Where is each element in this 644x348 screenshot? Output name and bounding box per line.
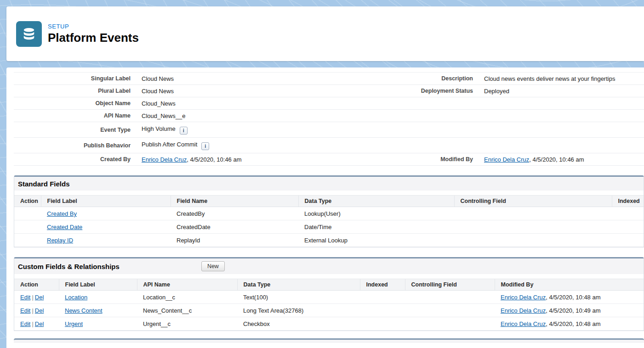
table-row: Edit|Del News Content News_Content__c Lo… [14,304,644,317]
data-type-cell: External Lookup [298,234,454,247]
modified-by-cell: Enrico Dela Cruz, 4/5/2020, 10:48 am [495,317,644,331]
timestamp-text: , 4/5/2020, 10:48 am [546,320,600,327]
user-link[interactable]: Enrico Dela Cruz [142,156,187,163]
field-value: Cloud News [142,75,342,82]
del-link[interactable]: Del [35,307,44,314]
field-label: Publish Behavior [14,142,142,149]
field-label-link[interactable]: Created Date [47,224,82,230]
standard-fields-section: Standard Fields Action Field Label Field… [14,175,644,247]
field-label-link[interactable]: Replay ID [47,237,73,244]
detail-section: Singular Label Cloud News Description Cl… [14,72,644,166]
database-icon [21,26,37,42]
column-header: Indexed [360,279,405,291]
table-row: Replay ID ReplayId External Lookup [14,234,644,247]
field-label-link[interactable]: Urgent [65,320,83,327]
detail-row: Publish Behavior Publish After Commiti [14,138,644,153]
field-label-link[interactable]: Created By [47,210,77,217]
api-name-cell: Urgent__c [137,317,237,331]
field-value: Cloud_News__e [142,112,342,119]
data-type-cell: Long Text Area(32768) [237,304,360,317]
content-area: Singular Label Cloud News Description Cl… [6,67,644,348]
column-header: Data Type [237,279,360,291]
field-label: Object Name [14,100,142,107]
timestamp-text: , 4/5/2020, 10:49 am [546,307,600,314]
api-name-cell: Location__c [137,291,237,304]
detail-row: Created By Enrico Dela Cruz, 4/5/2020, 1… [14,153,644,166]
user-link[interactable]: Enrico Dela Cruz [501,294,546,301]
user-link[interactable]: Enrico Dela Cruz [484,156,529,163]
action-separator: | [32,320,33,327]
timestamp-text: , 4/5/2020, 10:48 am [546,294,600,301]
timestamp-text: , 4/5/2020, 10:46 am [187,156,241,163]
column-header: Modified By [495,279,644,291]
field-label-link[interactable]: News Content [65,307,103,314]
edit-link[interactable]: Edit [20,320,30,327]
field-label: Created By [14,156,142,163]
standard-fields-header: Standard Fields [14,177,644,191]
field-label: Deployment Status [342,88,484,94]
table-row: Created Date CreatedDate Date/Time [14,220,644,234]
del-link[interactable]: Del [35,294,44,301]
field-label: Plural Label [14,88,142,94]
header-text: SETUP Platform Events [48,23,139,45]
field-value: Enrico Dela Cruz, 4/5/2020, 10:46 am [484,156,644,163]
field-label-link[interactable]: Location [65,294,87,301]
column-header: Controlling Field [405,279,495,291]
user-link[interactable]: Enrico Dela Cruz [501,320,546,327]
table-row: Edit|Del Urgent Urgent__c Checkbox Enric… [14,317,644,331]
column-header: Action [14,196,41,207]
edit-link[interactable]: Edit [20,307,30,314]
field-label: Description [342,75,484,82]
action-cell: Edit|Del [14,291,59,304]
column-header: Field Name [171,196,298,207]
custom-fields-table: Action Field Label API Name Data Type In… [14,279,644,331]
column-header: Field Label [59,279,137,291]
data-type-cell: Text(100) [237,291,360,304]
next-section-top [14,338,644,343]
info-icon[interactable]: i [201,142,209,150]
info-icon[interactable]: i [180,127,188,135]
field-value: Publish After Commiti [142,141,342,150]
field-name-cell: CreatedBy [171,207,298,220]
del-link[interactable]: Del [35,320,44,327]
column-header: Controlling Field [454,196,612,207]
column-header: Indexed [612,196,644,207]
setup-eyebrow: SETUP [48,23,139,30]
platform-events-icon [16,21,42,47]
custom-fields-header: Custom Fields & Relationships New [14,258,644,274]
data-type-cell: Lookup(User) [298,207,454,220]
field-name-cell: ReplayId [171,234,298,247]
modified-by-cell: Enrico Dela Cruz, 4/5/2020, 10:48 am [495,291,644,304]
field-label: Event Type [14,127,142,133]
field-value: Cloud_News [142,100,342,107]
field-value: Cloud News [142,88,342,95]
field-value: High Volumei [142,125,342,135]
column-header: Data Type [298,196,454,207]
field-value: Deployed [484,88,644,95]
column-header: API Name [137,279,237,291]
detail-row: Plural Label Cloud News Deployment Statu… [14,85,644,97]
field-value: Enrico Dela Cruz, 4/5/2020, 10:46 am [142,156,342,163]
detail-row: API Name Cloud_News__e [14,110,644,122]
data-type-cell: Checkbox [237,317,360,331]
column-header: Action [14,279,59,291]
table-row: Created By CreatedBy Lookup(User) [14,207,644,220]
field-value-text: High Volume [142,125,176,132]
edit-link[interactable]: Edit [20,294,30,301]
action-separator: | [32,294,33,301]
custom-fields-section: Custom Fields & Relationships New Action… [14,257,644,331]
table-header-row: Action Field Label Field Name Data Type … [14,196,644,207]
table-row: Edit|Del Location Location__c Text(100) … [14,291,644,304]
timestamp-text: , 4/5/2020, 10:46 am [529,156,584,163]
detail-row: Singular Label Cloud News Description Cl… [14,73,644,85]
user-link[interactable]: Enrico Dela Cruz [501,307,546,314]
field-name-cell: CreatedDate [171,220,298,234]
table-header-row: Action Field Label API Name Data Type In… [14,279,644,291]
api-name-cell: News_Content__c [137,304,237,317]
section-title: Standard Fields [18,180,70,188]
field-value-text: Publish After Commit [142,141,197,148]
modified-by-cell: Enrico Dela Cruz, 4/5/2020, 10:49 am [495,304,644,317]
field-label: Modified By [342,156,484,163]
column-header: Field Label [41,196,171,207]
new-button[interactable]: New [201,261,225,271]
